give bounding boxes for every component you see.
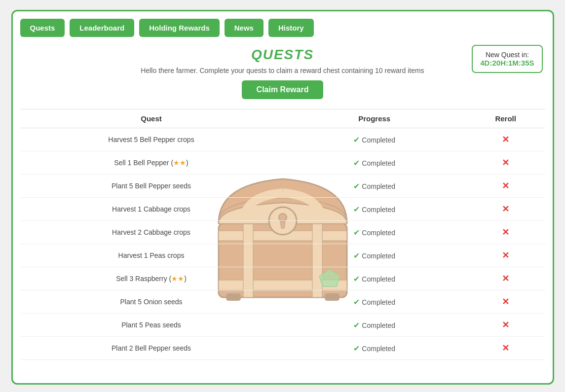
quest-name: Plant 5 Peas seeds [20,314,283,337]
quest-name: Sell 3 Raspberry (★★) [20,267,283,290]
nav-history[interactable]: History [268,19,314,37]
table-row: Harvest 1 Cabbage crops✔Completed✕ [20,198,545,221]
new-quest-box: New Quest in: 4D:20H:1M:35S [472,45,542,73]
nav-bar: Quests Leaderboard Holding Rewards News … [20,19,545,37]
quest-progress: ✔Completed [283,128,466,151]
quest-progress: ✔Completed [283,175,466,198]
table-row: Harvest 5 Bell Pepper crops✔Completed✕ [20,128,545,151]
page-title: QUESTS [20,47,545,63]
quest-name: Harvest 1 Peas crops [20,244,283,267]
quest-progress: ✔Completed [283,314,466,337]
table-row: Harvest 1 Peas crops✔Completed✕ [20,244,545,267]
quest-reroll[interactable]: ✕ [466,151,545,175]
nav-leaderboard[interactable]: Leaderboard [70,19,134,37]
quest-progress: ✔Completed [283,151,466,175]
table-row: Plant 5 Peas seeds✔Completed✕ [20,314,545,337]
quest-reroll[interactable]: ✕ [466,198,545,221]
table-row: Plant 2 Bell Pepper seeds✔Completed✕ [20,337,545,360]
quest-reroll[interactable]: ✕ [466,128,545,151]
quest-progress: ✔Completed [283,267,466,290]
quest-name: Harvest 2 Cabbage crops [20,221,283,244]
quest-reroll[interactable]: ✕ [466,221,545,244]
main-container: Quests Leaderboard Holding Rewards News … [11,10,554,385]
table-row: Sell 3 Raspberry (★★)✔Completed✕ [20,267,545,290]
quest-name: Plant 2 Bell Pepper seeds [20,337,283,360]
col-header-quest: Quest [20,109,283,128]
quest-progress: ✔Completed [283,221,466,244]
quest-reroll[interactable]: ✕ [466,337,545,360]
new-quest-timer: 4D:20H:1M:35S [480,59,534,67]
quest-reroll[interactable]: ✕ [466,290,545,314]
quest-name: Harvest 1 Cabbage crops [20,198,283,221]
claim-reward-wrap: Claim Reward [20,80,545,99]
col-header-reroll: Reroll [466,109,545,128]
page-subtitle: Hello there farmer. Complete your quests… [20,67,545,74]
table-row: Plant 5 Onion seeds✔Completed✕ [20,290,545,314]
nav-quests[interactable]: Quests [20,19,65,37]
table-row: Plant 5 Bell Pepper seeds✔Completed✕ [20,175,545,198]
quest-progress: ✔Completed [283,198,466,221]
claim-reward-button[interactable]: Claim Reward [242,80,324,99]
quest-name: Sell 1 Bell Pepper (★★) [20,151,283,175]
table-row: Harvest 2 Cabbage crops✔Completed✕ [20,221,545,244]
quest-name: Plant 5 Onion seeds [20,290,283,314]
nav-holding-rewards[interactable]: Holding Rewards [139,19,220,37]
quest-reroll[interactable]: ✕ [466,244,545,267]
quest-progress: ✔Completed [283,337,466,360]
quest-reroll[interactable]: ✕ [466,267,545,290]
quests-table: Quest Progress Reroll Harvest 5 Bell Pep… [20,109,545,360]
nav-news[interactable]: News [225,19,264,37]
quest-progress: ✔Completed [283,244,466,267]
table-row: Sell 1 Bell Pepper (★★)✔Completed✕ [20,151,545,175]
col-header-progress: Progress [283,109,466,128]
quest-name: Harvest 5 Bell Pepper crops [20,128,283,151]
quest-reroll[interactable]: ✕ [466,175,545,198]
quest-reroll[interactable]: ✕ [466,314,545,337]
quest-name: Plant 5 Bell Pepper seeds [20,175,283,198]
quest-progress: ✔Completed [283,290,466,314]
new-quest-label: New Quest in: [480,51,534,59]
